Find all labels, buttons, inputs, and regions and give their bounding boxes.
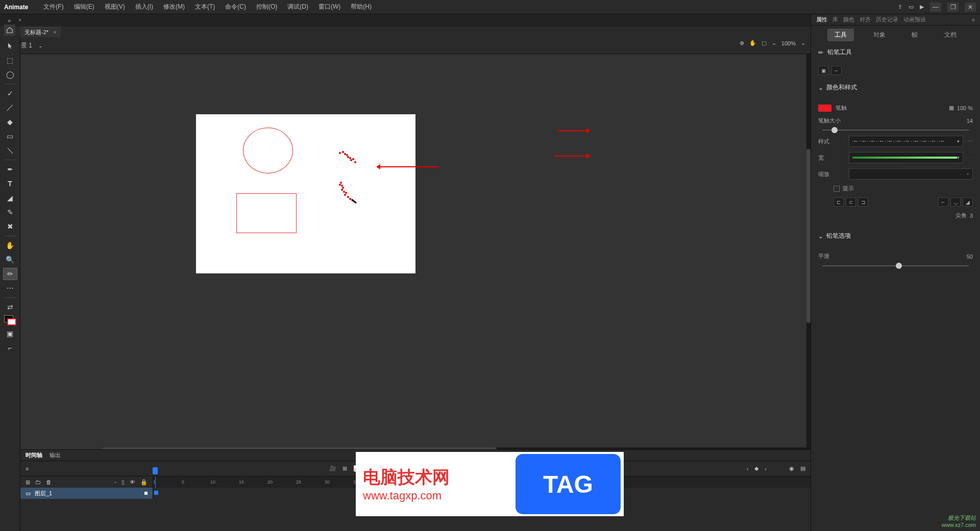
menu-file[interactable]: 文件(F) bbox=[38, 3, 68, 11]
close-tab-icon[interactable]: × bbox=[53, 29, 56, 35]
stroke-size-slider[interactable] bbox=[822, 130, 969, 131]
collapse-icon[interactable]: ⌄ bbox=[818, 84, 823, 91]
add-layer-icon[interactable]: ⊞ bbox=[26, 479, 30, 486]
stroke-size-value[interactable]: 14 bbox=[967, 118, 973, 124]
opacity-grid-icon[interactable]: ▦ bbox=[949, 105, 954, 111]
zoom-input[interactable]: 100% bbox=[781, 40, 796, 46]
highlight-icon[interactable]: ◦ bbox=[114, 479, 116, 485]
stroke-style-dropdown[interactable]: ▾ bbox=[849, 136, 963, 147]
more-tools-icon[interactable]: ⋯ bbox=[3, 282, 17, 294]
tab-history[interactable]: 历史记录 bbox=[876, 16, 898, 23]
layout-icon[interactable]: ▭ bbox=[909, 4, 914, 10]
color-swatches[interactable] bbox=[4, 315, 16, 325]
bone-tool[interactable]: ✖ bbox=[3, 220, 17, 233]
menu-debug[interactable]: 调试(D) bbox=[282, 3, 313, 11]
tab-align[interactable]: 对齐 bbox=[860, 16, 871, 23]
fit-dropdown-icon[interactable]: ⌄ bbox=[772, 40, 776, 46]
join-miter-icon[interactable]: ⌐ bbox=[938, 197, 948, 207]
lock-icon[interactable]: 🔒 bbox=[140, 479, 148, 486]
fill-color-swatch[interactable] bbox=[7, 318, 16, 325]
smooth-slider[interactable] bbox=[822, 265, 969, 266]
lasso-tool[interactable]: ◯ bbox=[3, 68, 17, 81]
stage-area[interactable] bbox=[20, 54, 811, 449]
window-maximize-button[interactable]: ❐ bbox=[947, 3, 959, 12]
scene-dropdown-icon[interactable]: ⌄ bbox=[38, 43, 42, 48]
straighten-mode-icon[interactable]: ⌐ bbox=[831, 66, 842, 75]
line-tool[interactable]: ＼ bbox=[3, 144, 17, 157]
menu-modify[interactable]: 修改(M) bbox=[158, 3, 190, 11]
scale-dropdown[interactable]: ▾ bbox=[849, 168, 973, 180]
hand-tool[interactable]: ✋ bbox=[3, 239, 17, 251]
subtab-frame[interactable]: 帧 bbox=[904, 29, 925, 41]
add-folder-icon[interactable]: 🗀 bbox=[35, 479, 41, 485]
delete-layer-icon[interactable]: 🗑 bbox=[46, 479, 52, 485]
pencil-tool[interactable]: ✏ bbox=[3, 268, 17, 280]
rotation-icon[interactable]: ✋ bbox=[749, 40, 756, 46]
tab-properties[interactable]: 属性 bbox=[816, 16, 827, 23]
menu-text[interactable]: 文本(T) bbox=[190, 3, 220, 11]
menu-view[interactable]: 视图(V) bbox=[100, 3, 130, 11]
stroke-color-swatch-panel[interactable] bbox=[818, 105, 831, 112]
keyframe-nav-icon[interactable]: ◆ bbox=[754, 465, 758, 472]
corner-value[interactable]: 3 bbox=[970, 213, 973, 219]
object-drawing-toggle[interactable]: ▣ bbox=[818, 66, 828, 75]
brush-classic-tool[interactable]: ／ bbox=[3, 102, 17, 114]
tab-library[interactable]: 库 bbox=[832, 16, 838, 23]
free-transform-tool[interactable]: ⬚ bbox=[3, 54, 17, 66]
section-pencil-options[interactable]: ⌄ 铅笔选项 bbox=[811, 229, 980, 243]
subtab-object[interactable]: 对象 bbox=[866, 29, 893, 41]
join-round-icon[interactable]: ◡ bbox=[950, 197, 961, 207]
subtab-tool[interactable]: 工具 bbox=[827, 29, 854, 41]
subtab-document[interactable]: 文档 bbox=[937, 29, 964, 41]
cap-square-icon[interactable]: ⊐ bbox=[858, 197, 868, 207]
tab-timeline[interactable]: 时间轴 bbox=[26, 451, 42, 459]
zoom-tool[interactable]: 🔍 bbox=[3, 254, 17, 266]
play-icon[interactable]: ▶ bbox=[920, 4, 924, 10]
layer-row[interactable]: ▭ 图层_1 bbox=[20, 488, 153, 499]
hint-checkbox[interactable] bbox=[834, 186, 840, 192]
first-frame-icon[interactable]: ‹ bbox=[747, 466, 749, 472]
drawn-circle[interactable] bbox=[243, 128, 293, 173]
stroke-opacity-value[interactable]: 100 % bbox=[957, 105, 973, 111]
panel-menu-icon[interactable]: ≡ bbox=[972, 17, 975, 23]
layer-name[interactable]: 图层_1 bbox=[35, 490, 52, 497]
camera-icon[interactable]: 🎥 bbox=[329, 465, 336, 472]
layer-depth-icon[interactable]: ⊞ bbox=[342, 465, 347, 472]
close-panel-icon[interactable]: × bbox=[18, 17, 24, 23]
drawn-stroke-2[interactable] bbox=[338, 181, 361, 206]
last-frame-icon[interactable]: › bbox=[765, 466, 767, 472]
tab-presets[interactable]: 动画预设 bbox=[903, 16, 926, 23]
canvas[interactable] bbox=[196, 114, 415, 273]
menu-command[interactable]: 命令(C) bbox=[220, 3, 251, 11]
window-minimize-button[interactable]: — bbox=[930, 3, 941, 12]
scrollbar-thumb[interactable] bbox=[806, 149, 811, 323]
tab-color[interactable]: 颜色 bbox=[843, 16, 854, 23]
window-close-button[interactable]: ✕ bbox=[965, 3, 976, 12]
eyedropper-tool[interactable]: ✎ bbox=[3, 206, 17, 218]
stage-vertical-scrollbar[interactable] bbox=[806, 54, 811, 449]
center-stage-icon[interactable]: ⊕ bbox=[740, 40, 744, 46]
join-bevel-icon[interactable]: ◢ bbox=[963, 197, 973, 207]
selection-tool[interactable] bbox=[3, 40, 17, 52]
drawn-stroke-1[interactable] bbox=[338, 150, 361, 165]
menu-control[interactable]: 控制(O) bbox=[251, 3, 282, 11]
drawn-rectangle[interactable] bbox=[236, 193, 297, 233]
text-tool[interactable]: T bbox=[3, 178, 17, 190]
cap-butt-icon[interactable]: ⊏ bbox=[834, 197, 844, 207]
playhead[interactable] bbox=[153, 467, 158, 474]
edit-multi-icon[interactable]: ▤ bbox=[800, 465, 805, 472]
paint-bucket-tool[interactable]: ◢ bbox=[3, 192, 17, 204]
brush-fluid-tool[interactable]: ✓ bbox=[3, 87, 17, 99]
slider-knob[interactable] bbox=[896, 263, 902, 269]
menu-window[interactable]: 窗口(W) bbox=[313, 3, 346, 11]
snap-icon[interactable]: ⌐ bbox=[3, 342, 17, 354]
zoom-dropdown-icon[interactable]: ⌄ bbox=[801, 40, 805, 46]
expand-panel-icon[interactable]: » bbox=[0, 17, 18, 23]
section-color-style[interactable]: ⌄ 颜色和样式 bbox=[811, 80, 980, 95]
outline-icon[interactable]: ▯ bbox=[121, 479, 125, 486]
collapse-icon[interactable]: ⌄ bbox=[818, 233, 823, 240]
onion-skin-icon[interactable]: ◉ bbox=[789, 465, 794, 472]
rectangle-tool[interactable]: ▭ bbox=[3, 130, 17, 142]
menu-help[interactable]: 帮助(H) bbox=[346, 3, 377, 11]
keyframe[interactable] bbox=[154, 491, 158, 495]
